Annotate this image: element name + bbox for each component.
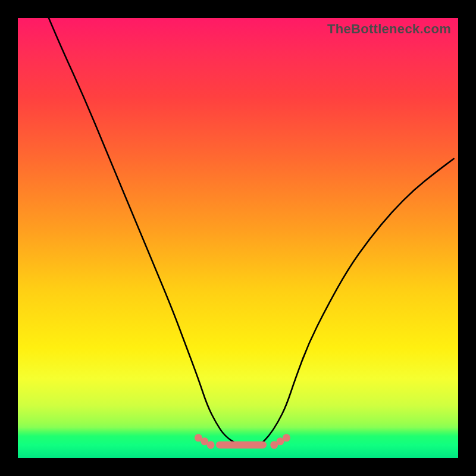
floor-dot — [283, 434, 290, 441]
floor-dot — [207, 441, 215, 449]
floor-bar — [216, 441, 267, 449]
bottleneck-curve — [49, 18, 454, 445]
chart-frame: TheBottleneck.com — [0, 0, 476, 476]
floor-marks — [195, 434, 290, 449]
curve-svg — [18, 18, 458, 458]
plot-area: TheBottleneck.com — [18, 18, 458, 458]
